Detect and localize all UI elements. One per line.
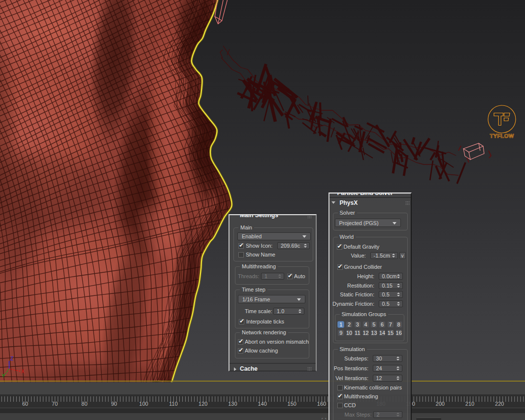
- svg-text:X: X: [21, 369, 25, 374]
- svg-text:Z: Z: [10, 356, 13, 361]
- svg-text:Y: Y: [1, 373, 5, 379]
- svg-text:TYFLOW: TYFLOW: [490, 133, 514, 139]
